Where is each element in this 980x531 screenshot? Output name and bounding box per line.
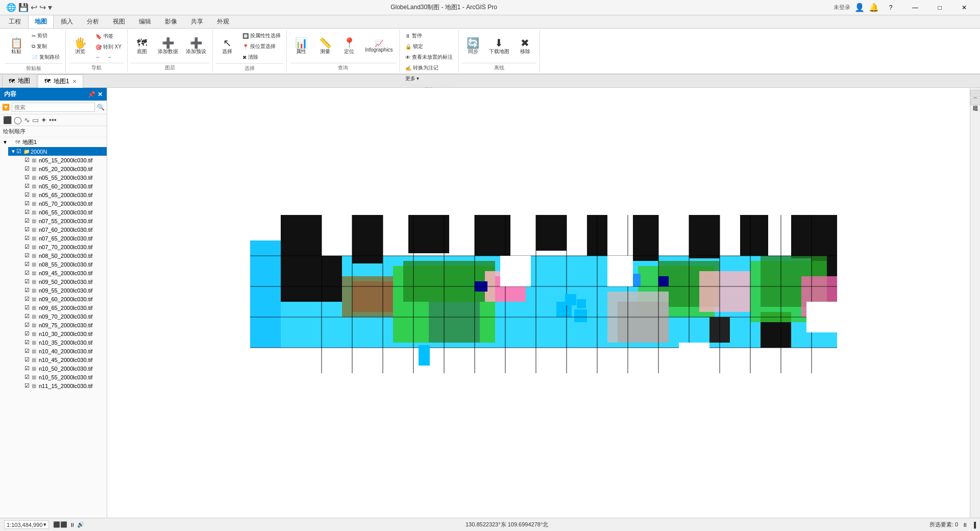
layer-item[interactable]: ☑ ▦ n05_15_2000lc030.tif	[16, 156, 107, 164]
layer-item[interactable]: ☑ ▦ n10_35_2000lc030.tif	[16, 338, 107, 347]
add-data-button[interactable]: ➕ 添加数据	[155, 36, 181, 57]
locate-button[interactable]: 📍 定位	[338, 36, 360, 57]
sidebar-pin-button[interactable]: 📌	[88, 91, 95, 98]
search-input[interactable]	[12, 103, 95, 112]
tab-share[interactable]: 共享	[184, 15, 210, 28]
raster-filter-icon[interactable]: ⬛	[3, 116, 12, 124]
download-map-button[interactable]: ⬇ 下载地图	[486, 36, 512, 57]
search-button[interactable]: 🔍	[97, 104, 105, 111]
undo-icon[interactable]: ↩	[31, 3, 37, 12]
save-icon[interactable]: 💾	[18, 3, 29, 12]
help-button[interactable]: ?	[879, 0, 902, 15]
basemap-button[interactable]: 🗺 底图	[131, 36, 153, 57]
layer-item[interactable]: ☑ ▦ n11_15_2000lc030.tif	[16, 381, 107, 390]
tab-analysis[interactable]: 分析	[80, 15, 106, 28]
tab-appearance[interactable]: 外观	[210, 15, 236, 28]
browse-button[interactable]: 🖐 浏览	[69, 36, 91, 57]
layer-item[interactable]: ☑ ▦ n10_40_2000lc030.tif	[16, 347, 107, 355]
layer-item[interactable]: ☑ ▦ n09_60_2000lc030.tif	[16, 295, 107, 303]
cut-button[interactable]: ✂剪切	[29, 31, 62, 41]
pause-status-icon[interactable]: ⏸	[69, 522, 75, 528]
back-button[interactable]: ←	[93, 53, 103, 61]
select-by-attr-button[interactable]: 🔲按属性性选择	[240, 31, 283, 41]
layer-group-label: 2000N	[31, 149, 105, 155]
layer-name: n08_55_2000lc030.tif	[39, 261, 105, 268]
line-filter-icon[interactable]: ∿	[24, 116, 30, 124]
layer-item[interactable]: ☑ ▦ n05_55_2000lc030.tif	[16, 173, 107, 182]
layer-item[interactable]: ☑ ▦ n08_50_2000lc030.tif	[16, 251, 107, 260]
layer-item[interactable]: ☑ ▦ n09_50_2000lc030.tif	[16, 277, 107, 286]
infographics-button[interactable]: 📈 Infographics	[362, 38, 396, 55]
layer-item[interactable]: ☑ ▦ n10_30_2000lc030.tif	[16, 329, 107, 338]
layer-group-label: 图层	[131, 63, 209, 71]
tab-imagery[interactable]: 影像	[158, 15, 184, 28]
view-unplaced-button[interactable]: 👁查看未放置的标注	[403, 52, 455, 62]
map1-tree-item[interactable]: ▼ 🗺 地图1	[0, 137, 107, 147]
layer-raster-icon: ▦	[32, 296, 39, 302]
paste-button[interactable]: 📋 粘贴	[5, 36, 28, 57]
more-annotation-button[interactable]: 更多 ▾	[403, 74, 455, 84]
polygon-filter-icon[interactable]: ▭	[32, 116, 39, 124]
more-filter-icon[interactable]: •••	[49, 116, 57, 124]
minimize-button[interactable]: —	[903, 0, 927, 15]
layer-group-2000n[interactable]: ▼ ☑ 📁 2000N	[8, 147, 107, 156]
layer-item[interactable]: ☑ ▦ n10_55_2000lc030.tif	[16, 373, 107, 381]
vector-filter-icon[interactable]: ◯	[14, 116, 22, 124]
layer-item[interactable]: ☑ ▦ n05_70_2000lc030.tif	[16, 199, 107, 208]
pause-button[interactable]: ⏸暂停	[403, 31, 455, 41]
pause-playback-icon[interactable]: ⏸	[962, 522, 968, 528]
geoprocessing-tab[interactable]: 地理处理	[970, 98, 981, 105]
tab-project[interactable]: 工程	[2, 15, 28, 28]
maximize-button[interactable]: □	[928, 0, 951, 15]
add-preset-button[interactable]: ➕ 添加预设	[183, 36, 209, 57]
layer-item[interactable]: ☑ ▦ n07_55_2000lc030.tif	[16, 216, 107, 225]
layer-item[interactable]: ☑ ▦ n08_55_2000lc030.tif	[16, 260, 107, 269]
layer-item[interactable]: ☑ ▦ n07_60_2000lc030.tif	[16, 225, 107, 234]
layer-item[interactable]: ☑ ▦ n09_75_2000lc030.tif	[16, 321, 107, 329]
layer-item[interactable]: ☑ ▦ n10_45_2000lc030.tif	[16, 355, 107, 364]
speaker-status-icon[interactable]: 🔊	[77, 521, 84, 528]
select-by-loc-button[interactable]: 📍按位置选择	[240, 41, 283, 52]
tab-map1[interactable]: 🗺 地图1 ✕	[38, 75, 83, 88]
layer-item[interactable]: ☑ ▦ n09_65_2000lc030.tif	[16, 303, 107, 312]
layer-item[interactable]: ☑ ▦ n05_20_2000lc030.tif	[16, 164, 107, 173]
clear-selection-button[interactable]: ✖清除	[240, 52, 283, 62]
layer-item[interactable]: ☑ ▦ n07_70_2000lc030.tif	[16, 243, 107, 251]
layer-item[interactable]: ☑ ▦ n06_55_2000lc030.tif	[16, 208, 107, 216]
point-filter-icon[interactable]: ✦	[41, 116, 47, 124]
lock-button[interactable]: 🔒锁定	[403, 41, 455, 52]
copy-path-button[interactable]: 📄复制路径	[29, 52, 62, 62]
remove-button[interactable]: ✖ 移除	[514, 36, 536, 57]
close-button[interactable]: ✕	[952, 0, 976, 15]
tab-insert[interactable]: 插入	[54, 15, 80, 28]
sidebar-close-button[interactable]: ✕	[97, 91, 103, 98]
tab-map[interactable]: 地图	[28, 15, 54, 28]
layer-item[interactable]: ☑ ▦ n10_50_2000lc030.tif	[16, 364, 107, 373]
catalog-tab[interactable]: 目录	[970, 90, 981, 97]
map-area[interactable]: 目录 地理处理	[107, 88, 980, 518]
layer-item[interactable]: ☑ ▦ n09_70_2000lc030.tif	[16, 312, 107, 321]
sync-button[interactable]: 🔄 同步	[462, 36, 484, 57]
layer-item[interactable]: ☑ ▦ n07_65_2000lc030.tif	[16, 234, 107, 243]
layer-item[interactable]: ☑ ▦ n05_60_2000lc030.tif	[16, 182, 107, 190]
copy-button[interactable]: ⧉复制	[29, 41, 62, 52]
layer-item[interactable]: ☑ ▦ n05_65_2000lc030.tif	[16, 190, 107, 199]
forward-button[interactable]: →	[104, 53, 114, 61]
dropdown-icon[interactable]: ▾	[48, 3, 52, 12]
bookmark-button[interactable]: 🔖书签	[93, 31, 124, 41]
convert-annotation-button[interactable]: ✍转换为注记	[403, 63, 455, 73]
scale-dropdown[interactable]: 1:103,484,990 ▾	[4, 520, 49, 529]
goto-xy-button[interactable]: 🎯转到 XY	[93, 42, 124, 52]
tab-edit[interactable]: 编辑	[132, 15, 158, 28]
scale-control[interactable]: 1:103,484,990 ▾ ⬛⬛ ⏸ 🔊	[4, 520, 84, 529]
select-button[interactable]: ↖ 选择	[216, 36, 238, 57]
layer-raster-icon: ▦	[32, 305, 39, 310]
redo-icon[interactable]: ↪	[39, 3, 46, 12]
measure-button[interactable]: 📏 测量	[314, 36, 336, 57]
tab-view[interactable]: 视图	[106, 15, 132, 28]
layer-item[interactable]: ☑ ▦ n09_45_2000lc030.tif	[16, 269, 107, 277]
attributes-button[interactable]: 📊 属性	[290, 36, 312, 57]
tab-map-overview[interactable]: 🗺 地图	[2, 74, 37, 88]
tab-close-button[interactable]: ✕	[72, 79, 77, 84]
layer-item[interactable]: ☑ ▦ n09_55_2000lc030.tif	[16, 286, 107, 295]
